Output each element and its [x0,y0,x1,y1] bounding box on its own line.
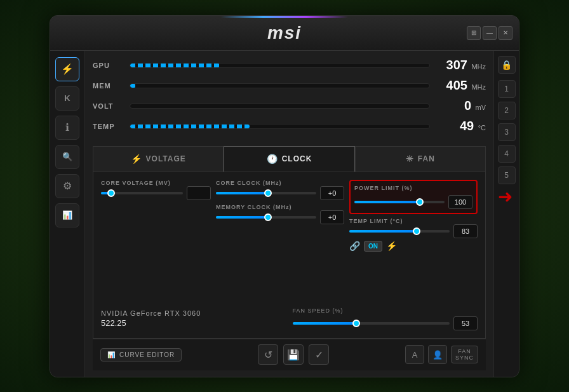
tab-clock[interactable]: 🕐 CLOCK [224,146,354,172]
app-window: msi ⊞ — ✕ ⚡ K ℹ 🔍 ⚙ 📊 GPU [50,15,519,377]
profile-a-button[interactable]: A [405,345,424,364]
controls-panel: CORE VOLTAGE (MV) CORE CLOCK (MHz) [93,172,486,339]
temp-limit-value-box: 83 [453,224,478,238]
profile-section: A 👤 FANSYNC [405,345,478,364]
fan-speed-label: FAN SPEED (%) [293,308,478,314]
window-controls: ⊞ — ✕ [467,26,512,40]
volt-unit: mV [476,104,486,111]
fan-column: ➜ POWER LIMIT (%) 100 [349,180,478,298]
apply-button[interactable]: ✓ [309,344,329,365]
curve-editor-button[interactable]: 📊 CURVE EDITOR [100,348,182,362]
mem-label: MEM [93,82,124,90]
chart-icon: 📊 [107,351,116,358]
sidebar-icon-info[interactable]: ℹ [55,116,79,140]
bottom-toolbar: 📊 CURVE EDITOR ↺ 💾 ✓ A 👤 FANSYNC [93,339,486,370]
temp-limit-slider-row: 83 [349,224,478,238]
sidebar-icon-search[interactable]: 🔍 [55,145,79,169]
power-limit-thumb[interactable] [416,198,424,206]
memory-clock-fill [216,216,266,219]
power-limit-label: POWER LIMIT (%) [354,185,472,191]
minimize-btn[interactable]: — [483,26,497,40]
volt-value: 0 mV [435,98,486,113]
close-btn[interactable]: ✕ [499,26,512,40]
windows-btn[interactable]: ⊞ [467,26,481,40]
sidebar-icon-settings[interactable]: ⚙ [55,174,79,198]
reset-button[interactable]: ↺ [258,344,278,365]
core-clock-slider-track[interactable] [216,192,316,194]
mem-bar-container [130,83,430,88]
voltage-slider-track[interactable] [101,192,183,194]
link-icon[interactable]: 🔗 [349,241,360,251]
profile-user-button[interactable]: 👤 [428,345,447,364]
voltage-value-box [187,186,211,200]
app-logo: msi [267,23,302,43]
sidebar-icon-monitor[interactable]: 📊 [55,203,79,227]
power-limit-value-box: 100 [448,195,472,209]
sidebar-icon-afterburner[interactable]: ⚡ [55,57,79,81]
clock-tab-icon: 🕐 [267,154,278,164]
profile-5-button[interactable]: 5 [498,166,516,184]
mem-bar [130,84,136,88]
memory-clock-thumb[interactable] [264,213,272,221]
tab-voltage-label: VOLTAGE [146,154,186,163]
mem-row: MEM 405 MHz [93,78,486,94]
voltage-slider-thumb[interactable] [107,189,115,197]
profile-2-button[interactable]: 2 [498,102,516,119]
temp-value: 49 °C [435,119,486,133]
fan-speed-value-box: 53 [453,316,478,330]
profile-4-button[interactable]: 4 [498,145,516,163]
core-clock-thumb[interactable] [264,189,272,197]
mem-unit: MHz [471,83,486,91]
mem-num: 405 [446,78,467,92]
sidebar-icon-kombustor[interactable]: K [55,86,79,111]
main-content: ⚡ K ℹ 🔍 ⚙ 📊 GPU 307 MHz [50,51,519,377]
temp-bar [130,125,250,128]
lock-button[interactable]: 🔒 [498,56,516,74]
memory-clock-slider-row: +0 [216,210,344,224]
temp-unit: °C [478,124,486,132]
profile-1-button[interactable]: 1 [498,80,516,98]
boost-icon[interactable]: ⚡ [386,241,397,251]
title-bar: msi ⊞ — ✕ [50,16,519,51]
volt-row: VOLT 0 mV [93,98,486,114]
monitor-section: GPU 307 MHz MEM 405 [93,57,486,139]
temp-label: TEMP [93,123,124,130]
left-sidebar: ⚡ K ℹ 🔍 ⚙ 📊 [50,51,85,377]
gpu-label: GPU [93,62,124,69]
controls-cols: CORE VOLTAGE (MV) CORE CLOCK (MHz) [101,180,478,298]
memory-clock-value-box: +0 [320,210,344,224]
tab-voltage[interactable]: ⚡ VOLTAGE [93,146,224,172]
tab-clock-label: CLOCK [282,154,312,163]
power-limit-slider-track[interactable] [354,201,445,203]
fan-tab-icon: ✳ [406,154,414,164]
temp-limit-fill [349,230,415,233]
temp-limit-thumb[interactable] [413,227,420,235]
tab-section: ⚡ VOLTAGE 🕐 CLOCK ✳ FAN [93,146,486,172]
memory-clock-label: MEMORY CLOCK (MHz) [216,204,344,210]
fan-on-toggle[interactable]: ON [364,241,382,252]
temp-limit-label: TEMP LIMIT (°C) [349,218,478,224]
voltage-slider-row [101,186,211,200]
memory-clock-slider-track[interactable] [216,216,316,219]
core-clock-slider-row: +0 [216,186,344,200]
save-button[interactable]: 💾 [283,344,304,365]
center-area: GPU 307 MHz MEM 405 [85,51,493,377]
fan-speed-section: FAN SPEED (%) 53 [293,308,478,330]
fan-speed-slider-track[interactable] [293,322,450,325]
gpu-bar [130,64,220,67]
voltage-tab-icon: ⚡ [131,154,142,164]
profile-3-button[interactable]: 3 [498,123,516,141]
temp-limit-slider-track[interactable] [349,230,450,233]
gpu-name: NVIDIA GeForce RTX 3060 [101,309,286,317]
temp-limit-section: TEMP LIMIT (°C) 83 🔗 ON [349,218,478,252]
tab-fan[interactable]: ✳ FAN [355,146,486,172]
tab-fan-label: FAN [418,154,435,163]
fan-speed-thumb[interactable] [352,320,360,327]
power-limit-slider-row: 100 [354,195,472,209]
fan-sync-button[interactable]: FANSYNC [451,346,478,363]
voltage-control-label: CORE VOLTAGE (MV) [101,180,211,186]
fan-toggle-row: 🔗 ON ⚡ [349,241,478,252]
power-limit-fill [354,201,417,203]
gpu-unit: MHz [471,63,486,71]
gpu-value: 307 MHz [435,58,486,72]
